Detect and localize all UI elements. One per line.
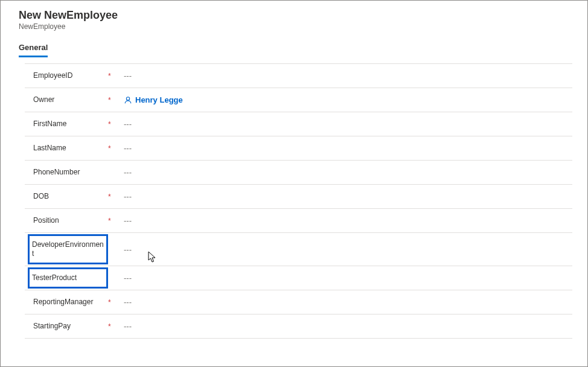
field-tester-product: TesterProduct --- <box>25 266 572 290</box>
field-label: StartingPay <box>25 316 108 337</box>
field-label: TesterProduct <box>28 267 108 289</box>
page-subtitle: NewEmployee <box>19 22 587 31</box>
field-starting-pay: StartingPay * --- <box>25 314 572 339</box>
required-marker: * <box>108 298 119 307</box>
required-marker: * <box>108 72 119 80</box>
field-label: Position <box>25 210 108 231</box>
field-phone-number: PhoneNumber --- <box>25 161 572 185</box>
field-label: DeveloperEnvironment <box>28 234 108 264</box>
field-input-first-name[interactable]: --- <box>119 120 572 129</box>
field-dob: DOB * --- <box>25 185 572 209</box>
field-input-owner[interactable]: Henry Legge <box>119 95 572 104</box>
svg-point-0 <box>126 97 129 100</box>
field-input-reporting-manager[interactable]: --- <box>119 298 572 307</box>
owner-person-link[interactable]: Henry Legge <box>124 95 183 104</box>
field-first-name: FirstName * --- <box>25 112 572 136</box>
tab-bar: General <box>1 33 587 57</box>
field-input-last-name[interactable]: --- <box>119 144 572 153</box>
field-developer-env: DeveloperEnvironment --- <box>25 233 572 266</box>
field-input-phone-number[interactable]: --- <box>119 168 572 177</box>
required-marker: * <box>108 322 119 331</box>
required-marker: * <box>108 217 119 225</box>
required-marker: * <box>108 144 119 153</box>
person-icon <box>124 96 132 104</box>
field-input-starting-pay[interactable]: --- <box>119 322 572 331</box>
required-marker: * <box>108 193 119 201</box>
required-marker: * <box>108 96 119 104</box>
field-label: DOB <box>25 186 108 207</box>
field-label: PhoneNumber <box>25 162 108 183</box>
field-input-position[interactable]: --- <box>119 216 572 225</box>
field-label: ReportingManager <box>25 292 108 313</box>
field-input-employee-id[interactable]: --- <box>119 71 572 80</box>
form-area: EmployeeID * --- Owner * Henry Legge Fir… <box>25 63 572 339</box>
required-marker: * <box>108 120 119 129</box>
field-input-developer-env[interactable]: --- <box>119 245 572 254</box>
field-input-dob[interactable]: --- <box>119 192 572 201</box>
field-label: Owner <box>25 89 108 110</box>
page-header: New NewEmployee NewEmployee <box>1 1 587 33</box>
field-input-tester-product[interactable]: --- <box>119 273 572 282</box>
form-container: New NewEmployee NewEmployee General Empl… <box>0 0 588 367</box>
field-last-name: LastName * --- <box>25 136 572 161</box>
field-label: LastName <box>25 138 108 159</box>
tab-general[interactable]: General <box>19 43 48 57</box>
field-label: EmployeeID <box>25 65 108 86</box>
page-title: New NewEmployee <box>19 9 587 22</box>
field-employee-id: EmployeeID * --- <box>25 64 572 88</box>
field-position: Position * --- <box>25 209 572 233</box>
field-label: FirstName <box>25 113 108 135</box>
field-reporting-manager: ReportingManager * --- <box>25 290 572 314</box>
owner-name: Henry Legge <box>135 95 183 104</box>
field-owner: Owner * Henry Legge <box>25 88 572 112</box>
